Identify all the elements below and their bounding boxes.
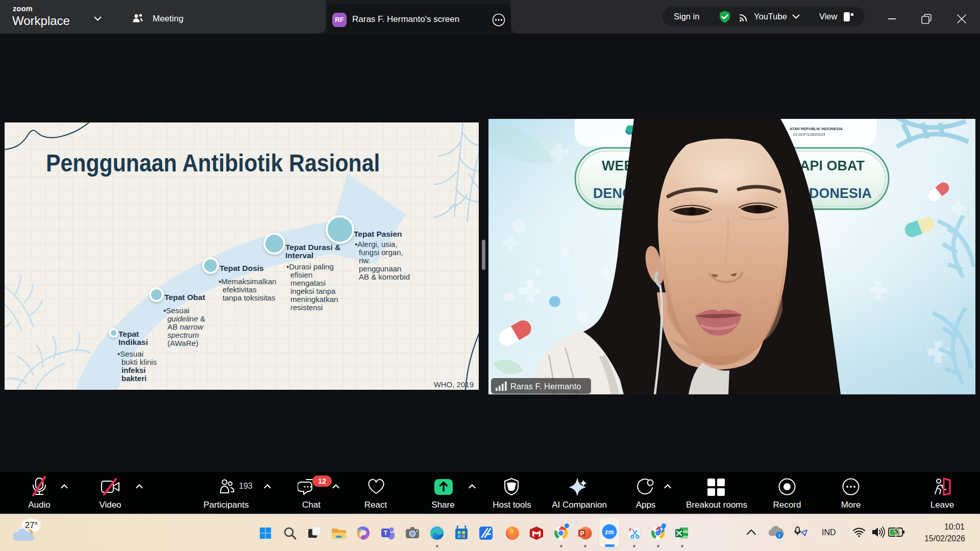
svg-text:02.02/F/1260/2024: 02.02/F/1260/2024 [793, 132, 825, 137]
svg-text:i: i [779, 533, 780, 538]
svg-text:P: P [580, 530, 584, 537]
svg-text:T: T [384, 530, 388, 537]
svg-text:API OBAT: API OBAT [800, 158, 865, 173]
svg-text:ATAN REPUBLIK INDONESIA: ATAN REPUBLIK INDONESIA [790, 127, 843, 131]
svg-text:Raras F. Hermanto: Raras F. Hermanto [510, 382, 581, 391]
svg-text:zm: zm [605, 529, 614, 536]
